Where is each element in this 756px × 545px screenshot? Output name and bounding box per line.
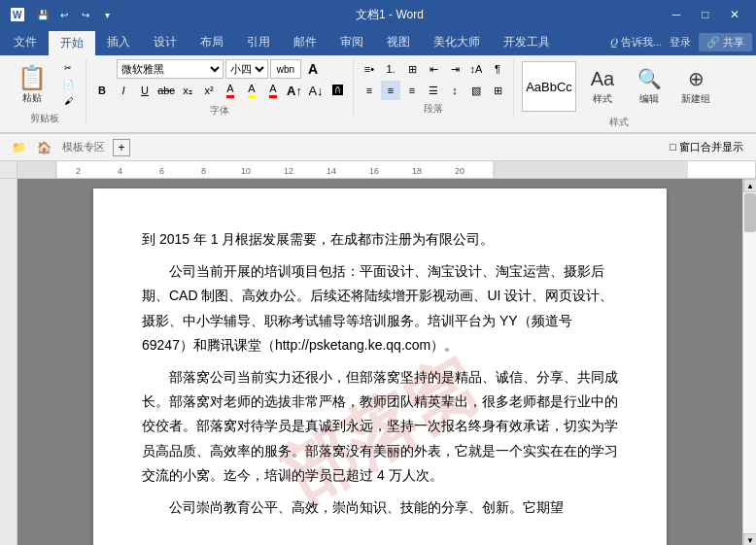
document-page: 部落窝 到 2015 年 1 月根据发展需要，在成都市注册为有限公司。 公司当前… xyxy=(93,188,667,545)
sort-btn[interactable]: ↕A xyxy=(466,59,486,79)
svg-text:8: 8 xyxy=(201,166,206,176)
style-label: 样式 xyxy=(609,116,629,129)
svg-text:16: 16 xyxy=(369,166,379,176)
cut-btn[interactable]: ✂ xyxy=(56,60,80,76)
italic-btn[interactable]: I xyxy=(114,81,133,100)
paragraph-label: 段落 xyxy=(424,102,443,116)
horizontal-ruler: 2 4 6 8 10 12 14 16 18 20 xyxy=(17,161,756,178)
font-color-btn[interactable]: A xyxy=(221,81,240,100)
new-folder-btn[interactable]: 📁 xyxy=(8,137,29,158)
shading-btn[interactable]: ▧ xyxy=(466,81,486,100)
secondary-toolbar: 📁 🏠 模板专区 + □ 窗口合并显示 xyxy=(0,134,756,161)
scroll-up-btn[interactable]: ▲ xyxy=(743,179,756,192)
share-btn[interactable]: 🔗 共享 xyxy=(699,33,752,51)
ruler-svg: 2 4 6 8 10 12 14 16 18 20 xyxy=(17,161,755,179)
login-btn[interactable]: 登录 xyxy=(670,35,691,50)
ribbon-content: 📋 粘贴 ✂ 📄 🖌 剪贴板 微软雅黑 小四 xyxy=(0,55,756,133)
styles-pane-btn[interactable]: Aa 样式 xyxy=(580,61,625,112)
paste-label: 粘贴 xyxy=(22,91,42,105)
window-merge-btn[interactable]: □ 窗口合并显示 xyxy=(665,137,748,158)
home-btn[interactable]: 🏠 xyxy=(33,137,54,158)
clipboard-group: 📋 粘贴 ✂ 📄 🖌 剪贴板 xyxy=(4,59,86,125)
justify-btn[interactable]: ☰ xyxy=(424,81,443,100)
paste-btn[interactable]: 📋 粘贴 xyxy=(10,59,54,110)
bold-btn[interactable]: B xyxy=(92,81,112,100)
new-group-label: 新建组 xyxy=(681,92,710,106)
align-center-btn[interactable]: ≡ xyxy=(381,81,400,100)
scroll-down-btn[interactable]: ▼ xyxy=(743,533,756,545)
tab-layout[interactable]: 布局 xyxy=(189,29,235,55)
window-title: 文档1 - Word xyxy=(356,7,424,23)
tab-ref[interactable]: 引用 xyxy=(235,29,282,55)
multilevel-btn[interactable]: ⊞ xyxy=(402,59,422,79)
format-painter-btn[interactable]: 🖌 xyxy=(56,93,80,109)
document-scroll[interactable]: 部落窝 到 2015 年 1 月根据发展需要，在成都市注册为有限公司。 公司当前… xyxy=(17,179,742,545)
doc-para-1: 公司当前开展的培训项目包括：平面设计、淘宝设计、淘宝运营、摄影后期、CAD 制图… xyxy=(142,259,618,358)
font-name-select[interactable]: 微软雅黑 xyxy=(117,59,223,79)
new-group-btn[interactable]: ⊕ 新建组 xyxy=(673,61,718,112)
template-label: 模板专区 xyxy=(58,140,109,154)
tab-review[interactable]: 审阅 xyxy=(328,29,375,55)
minimize-btn[interactable]: ─ xyxy=(663,5,690,24)
tell-me[interactable]: 𝑄 告诉我... xyxy=(610,35,662,50)
ribbon-tab-bar: 文件 开始 插入 设计 布局 引用 邮件 审阅 视图 美化大师 开发工具 𝑄 告… xyxy=(0,29,756,55)
vertical-ruler xyxy=(0,179,17,545)
quick-access-more[interactable]: ▾ xyxy=(97,5,117,24)
close-btn[interactable]: ✕ xyxy=(721,5,748,24)
font-size-select[interactable]: 小四 xyxy=(225,59,268,79)
align-left-btn[interactable]: ≡ xyxy=(360,81,379,100)
clear-format-btn[interactable]: 🅰 xyxy=(327,81,347,100)
undo-quick-btn[interactable]: ↩ xyxy=(54,5,74,24)
redo-quick-btn[interactable]: ↪ xyxy=(76,5,95,24)
highlight-btn[interactable]: A xyxy=(242,81,261,100)
tab-beautify[interactable]: 美化大师 xyxy=(422,29,492,55)
tab-view[interactable]: 视图 xyxy=(375,29,422,55)
font-btn-A[interactable]: A xyxy=(303,59,323,79)
copy-btn[interactable]: 📄 xyxy=(56,77,80,92)
title-left: W 💾 ↩ ↪ ▾ xyxy=(8,5,117,24)
font-color2-btn[interactable]: A xyxy=(263,81,283,100)
show-marks-btn[interactable]: ¶ xyxy=(488,59,507,79)
style-group: AaBbCc Aa 样式 🔍 编辑 ⊕ 新建组 样式 xyxy=(514,59,724,129)
tab-mail[interactable]: 邮件 xyxy=(282,29,328,55)
scroll-thumb[interactable] xyxy=(744,193,756,232)
tab-start[interactable]: 开始 xyxy=(49,29,95,55)
add-template-btn[interactable]: + xyxy=(113,139,130,156)
font-size-input[interactable] xyxy=(270,59,301,79)
increase-indent-btn[interactable]: ⇥ xyxy=(445,59,464,79)
style-row: AaBbCc Aa 样式 🔍 编辑 ⊕ 新建组 xyxy=(520,59,718,114)
font-format-row: B I U abc x₂ x² A A A A↑ A↓ 🅰 xyxy=(92,81,347,100)
scroll-track[interactable] xyxy=(743,192,756,533)
tab-file[interactable]: 文件 xyxy=(2,29,49,55)
align-right-btn[interactable]: ≡ xyxy=(402,81,422,100)
toolbar-right: □ 窗口合并显示 xyxy=(665,137,748,158)
para-row1: ≡• 1. ⊞ ⇤ ⇥ ↕A ¶ xyxy=(360,59,507,79)
tab-dev[interactable]: 开发工具 xyxy=(492,29,562,55)
tab-insert[interactable]: 插入 xyxy=(95,29,142,55)
edit-btn[interactable]: 🔍 编辑 xyxy=(627,61,671,112)
bullets-btn[interactable]: ≡• xyxy=(360,59,379,79)
numbering-btn[interactable]: 1. xyxy=(381,59,400,79)
style-normal[interactable]: AaBbCc xyxy=(522,61,576,112)
underline-btn[interactable]: U xyxy=(135,81,155,100)
doc-para-0: 到 2015 年 1 月根据发展需要，在成都市注册为有限公司。 xyxy=(142,227,618,252)
tab-design[interactable]: 设计 xyxy=(142,29,189,55)
subscript-btn[interactable]: x₂ xyxy=(178,81,197,100)
strikethrough-btn[interactable]: abc xyxy=(156,81,176,100)
para-row2: ≡ ≡ ≡ ☰ ↕ ▧ ⊞ xyxy=(360,81,507,100)
window-controls: ─ □ ✕ xyxy=(663,5,748,24)
font-size-down[interactable]: A↓ xyxy=(306,81,326,100)
decrease-indent-btn[interactable]: ⇤ xyxy=(424,59,443,79)
save-quick-btn[interactable]: 💾 xyxy=(33,5,52,24)
font-size-up[interactable]: A↑ xyxy=(285,81,304,100)
ruler-area: 2 4 6 8 10 12 14 16 18 20 xyxy=(0,161,756,179)
paragraph-group: ≡• 1. ⊞ ⇤ ⇥ ↕A ¶ ≡ ≡ ≡ ☰ ↕ ▧ ⊞ 段落 xyxy=(354,59,514,116)
vertical-scrollbar[interactable]: ▲ ▼ xyxy=(742,179,756,545)
document-area: 部落窝 到 2015 年 1 月根据发展需要，在成都市注册为有限公司。 公司当前… xyxy=(0,179,756,545)
superscript-btn[interactable]: x² xyxy=(199,81,219,100)
line-spacing-btn[interactable]: ↕ xyxy=(445,81,464,100)
svg-text:W: W xyxy=(13,10,22,20)
maximize-btn[interactable]: □ xyxy=(692,5,719,24)
border-btn[interactable]: ⊞ xyxy=(488,81,507,100)
svg-text:10: 10 xyxy=(241,166,251,176)
